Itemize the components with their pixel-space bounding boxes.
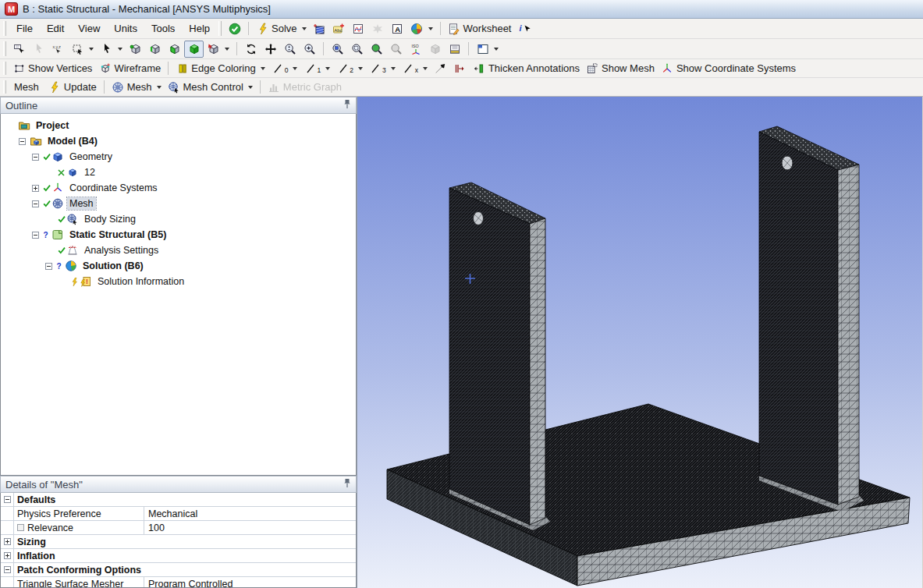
- collapse-icon[interactable]: [32, 200, 39, 207]
- left-plate-side-face[interactable]: [530, 218, 545, 525]
- toolbar-grip[interactable]: [3, 41, 6, 56]
- pin-icon[interactable]: [343, 478, 351, 491]
- tree-item-static-structural-b5[interactable]: ?Static Structural (B5): [1, 227, 356, 243]
- collapse-icon[interactable]: [45, 263, 52, 270]
- look-at-button[interactable]: [425, 41, 445, 58]
- tree-item-geometry[interactable]: Geometry: [1, 149, 356, 165]
- tree-item-project[interactable]: Project: [1, 118, 356, 133]
- zoom-in-button[interactable]: [300, 41, 319, 58]
- checkbox[interactable]: [17, 524, 24, 531]
- edge-direction-0-button[interactable]: 0: [268, 61, 301, 76]
- collapse-icon[interactable]: [4, 566, 11, 573]
- solve-button[interactable]: Solve: [253, 20, 310, 37]
- collapse-icon[interactable]: [19, 138, 26, 145]
- result-display-button[interactable]: [407, 20, 436, 37]
- tree-item-mesh[interactable]: Mesh: [1, 196, 356, 211]
- worksheet-button[interactable]: Worksheet: [445, 20, 515, 37]
- tree-item-12[interactable]: 12: [1, 165, 356, 180]
- new-chart-button[interactable]: [349, 20, 368, 37]
- chevron-down-icon[interactable]: [325, 67, 330, 70]
- menu-help[interactable]: Help: [182, 20, 217, 37]
- edge-direction-1-button[interactable]: 1: [300, 61, 333, 76]
- details-row-relevance[interactable]: Relevance100: [1, 521, 356, 535]
- annotation-button[interactable]: A: [388, 20, 407, 37]
- chevron-down-icon[interactable]: [89, 48, 94, 51]
- face-select-button[interactable]: [165, 41, 184, 58]
- viewport[interactable]: [357, 97, 923, 588]
- chevron-down-icon[interactable]: [391, 67, 396, 70]
- left-plate-front-face[interactable]: [449, 188, 530, 525]
- zoom-button[interactable]: [280, 41, 300, 58]
- probe-button[interactable]: [368, 20, 388, 37]
- chevron-down-icon[interactable]: [157, 86, 162, 89]
- title-bar[interactable]: M B : Static Structural - Mechanical [AN…: [0, 0, 923, 19]
- next-view-button[interactable]: [386, 41, 406, 58]
- isometric-view-button[interactable]: ISO: [406, 41, 425, 58]
- details-property-value[interactable]: 100: [144, 521, 356, 534]
- chevron-down-icon[interactable]: [423, 67, 428, 70]
- toolbar-grip[interactable]: [3, 21, 6, 36]
- thin-annotations-button[interactable]: [450, 61, 470, 76]
- edge-direction-2-button[interactable]: 2: [333, 61, 366, 76]
- collapse-icon[interactable]: [32, 232, 39, 239]
- tree-item-body-sizing[interactable]: Body Sizing: [1, 211, 356, 227]
- details-row-physics-preference[interactable]: Physics PreferenceMechanical: [1, 507, 356, 521]
- details-row-triangle-surface-mesher[interactable]: Triangle Surface MesherProgram Controlle…: [1, 577, 356, 588]
- edge-direction-3-button[interactable]: 3: [366, 61, 399, 76]
- chevron-down-icon[interactable]: [302, 27, 307, 30]
- pin-icon[interactable]: [343, 99, 351, 112]
- details-category-sizing[interactable]: Sizing: [1, 535, 356, 549]
- body-select-button[interactable]: [184, 41, 204, 58]
- metric-graph-button[interactable]: Metric Graph: [264, 80, 345, 95]
- direction-button[interactable]: [431, 61, 450, 76]
- show-coordinate-systems-button[interactable]: Show Coordinate Systems: [658, 61, 799, 76]
- vertex-select-button[interactable]: [126, 41, 145, 58]
- viewport-canvas[interactable]: [357, 97, 922, 588]
- pan-button[interactable]: [261, 41, 280, 58]
- tree-item-analysis-settings[interactable]: Analysis Settings: [1, 243, 356, 258]
- zoom-to-fit-button[interactable]: [328, 41, 347, 58]
- tree-item-solution-information[interactable]: !Solution Information: [1, 274, 356, 289]
- chevron-down-icon[interactable]: [293, 67, 297, 70]
- menu-edit[interactable]: Edit: [40, 20, 71, 37]
- right-plate-side-face[interactable]: [838, 165, 859, 505]
- thicken-annotations-button[interactable]: Thicken Annotations: [470, 61, 583, 76]
- details-property-value[interactable]: Program Controlled: [144, 577, 356, 588]
- chevron-down-icon[interactable]: [261, 67, 265, 70]
- edge-direction-x-button[interactable]: x: [399, 61, 431, 76]
- details-category-inflation[interactable]: Inflation: [1, 549, 356, 563]
- tree-item-solution-b6[interactable]: ?Solution (B6): [1, 258, 356, 274]
- toolbar-grip[interactable]: [3, 80, 6, 94]
- chevron-down-icon[interactable]: [428, 27, 433, 30]
- edge-coloring-button[interactable]: Edge Coloring: [172, 61, 268, 76]
- right-plate-front-face[interactable]: [759, 132, 838, 505]
- rotate-button[interactable]: [241, 41, 261, 58]
- viewports-button[interactable]: [473, 41, 502, 58]
- pointer-mode-button[interactable]: [29, 41, 48, 58]
- tree-item-model-b4[interactable]: Model (B4): [1, 133, 356, 149]
- update-button[interactable]: Update: [45, 80, 100, 95]
- coordinate-pick-button[interactable]: x,y,z: [48, 41, 68, 58]
- toolbar-grip[interactable]: [3, 62, 6, 75]
- extend-selection-button[interactable]: [204, 41, 233, 58]
- menu-file[interactable]: File: [9, 20, 40, 37]
- show-vertices-button[interactable]: Show Vertices: [9, 61, 95, 76]
- menu-tools[interactable]: Tools: [144, 20, 182, 37]
- collapse-icon[interactable]: [4, 496, 11, 503]
- chevron-down-icon[interactable]: [248, 86, 253, 89]
- details-category-defaults[interactable]: Defaults: [1, 493, 356, 507]
- wireframe-button[interactable]: Wireframe: [95, 61, 164, 76]
- manage-views-button[interactable]: [445, 41, 464, 58]
- details-property-value[interactable]: Mechanical: [144, 507, 356, 520]
- tree-item-coordinate-systems[interactable]: Coordinate Systems: [1, 180, 356, 196]
- label-button[interactable]: [9, 41, 29, 58]
- selection-information-button[interactable]: i: [514, 20, 534, 37]
- select-mode-button[interactable]: [68, 41, 97, 58]
- select-type-button[interactable]: [97, 41, 126, 58]
- menu-units[interactable]: Units: [107, 20, 144, 37]
- validate-button[interactable]: [225, 20, 244, 37]
- menu-view[interactable]: View: [71, 20, 107, 37]
- previous-view-button[interactable]: [367, 41, 386, 58]
- chevron-down-icon[interactable]: [494, 48, 499, 51]
- expand-icon[interactable]: [32, 185, 39, 192]
